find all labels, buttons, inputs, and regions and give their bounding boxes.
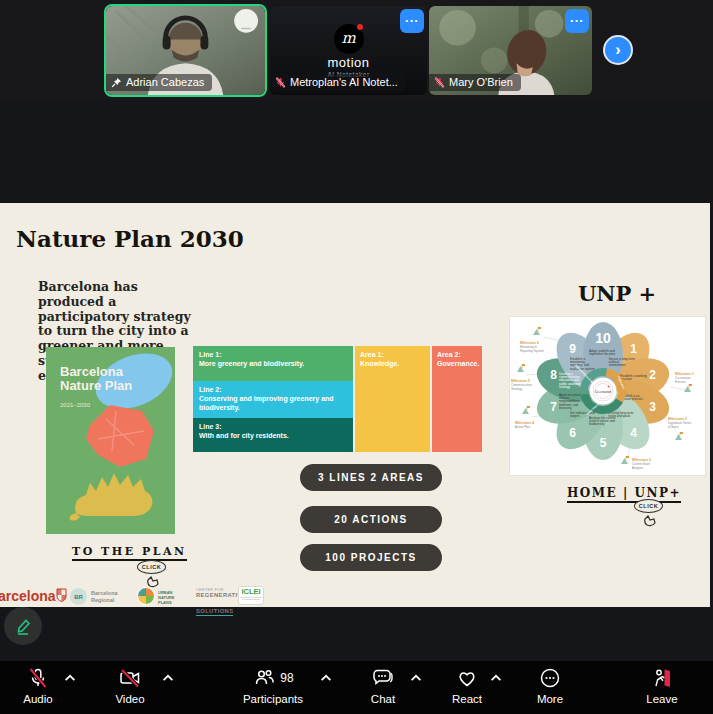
video-tile-notetaker[interactable]: m motion AI Notetaker ... Metroplan's AI… bbox=[270, 6, 427, 95]
participant-name-tag: Mary O'Brien bbox=[429, 74, 521, 91]
petal-text: Adopt, publish and implement the plan bbox=[589, 349, 617, 356]
pencil-icon bbox=[13, 616, 33, 636]
annotate-button[interactable] bbox=[4, 607, 42, 645]
leave-button[interactable]: Leave bbox=[630, 665, 694, 705]
petal-number: 10 bbox=[595, 330, 611, 346]
next-participants-button[interactable]: › bbox=[603, 35, 633, 65]
participant-name: Mary O'Brien bbox=[449, 76, 513, 88]
barcelona-regional-icon: BR bbox=[70, 588, 87, 605]
muted-mic-icon bbox=[434, 77, 445, 88]
svg-text:Milestone 6: Milestone 6 bbox=[520, 341, 539, 345]
to-the-plan-link[interactable]: TO THE PLAN bbox=[72, 545, 187, 561]
svg-text:Analysis: Analysis bbox=[632, 466, 644, 470]
matrix-line-2: Line 2: Conserving and improving greener… bbox=[193, 381, 353, 418]
petal-number: 9 bbox=[569, 342, 576, 356]
svg-text:Milestone 1: Milestone 1 bbox=[675, 372, 694, 376]
zoom-meeting-window: Adrian Cabezas m motion AI Notetaker ... bbox=[0, 0, 713, 714]
urban-nature-plans-icon bbox=[137, 587, 155, 605]
recording-dot bbox=[357, 24, 363, 30]
tile-more-options-button[interactable]: ... bbox=[400, 9, 424, 33]
stat-button-projects[interactable]: 100 PROJECTS bbox=[300, 544, 442, 571]
audio-button[interactable]: Audio bbox=[10, 665, 66, 705]
svg-text:Reporting System: Reporting System bbox=[520, 349, 544, 353]
participant-name-tag: Adrian Cabezas bbox=[106, 74, 212, 91]
diagram-center-label: Co-creation bbox=[595, 390, 612, 394]
stat-button-actions[interactable]: 20 ACTIONS bbox=[300, 506, 442, 533]
video-tile-adrian[interactable]: Adrian Cabezas bbox=[104, 4, 267, 97]
poster-years: 2021–2030 bbox=[60, 402, 91, 408]
video-button[interactable]: Video bbox=[102, 665, 158, 705]
petal-text: Establish a working structure bbox=[620, 374, 648, 381]
react-options-chevron[interactable] bbox=[490, 674, 502, 682]
poster-title-line2: Nature Plan bbox=[60, 378, 132, 393]
svg-text:Milestone 4: Milestone 4 bbox=[515, 421, 534, 425]
meeting-toolbar: Audio Video bbox=[0, 661, 713, 714]
matrix-area-2: Area 2: Governance. bbox=[432, 346, 482, 452]
participant-name-tag: Metroplan's AI Notet... bbox=[270, 74, 406, 91]
muted-mic-icon bbox=[275, 77, 286, 88]
participants-options-chevron[interactable] bbox=[320, 674, 332, 682]
muted-mic-icon bbox=[26, 666, 50, 690]
unp-process-flower-diagram: 1 2 3 4 5 6 7 8 9 10 Secure a long-term … bbox=[510, 317, 705, 475]
audio-options-chevron[interactable] bbox=[64, 674, 76, 682]
chevron-right-icon: › bbox=[615, 41, 620, 59]
participants-count: 98 bbox=[280, 671, 293, 685]
chat-options-chevron[interactable] bbox=[410, 674, 422, 682]
petal-number: 8 bbox=[550, 368, 557, 382]
urban-nature-plans-label: URBAN NATURE PLANS bbox=[158, 591, 184, 605]
unp-title: UNP + bbox=[578, 281, 656, 306]
svg-text:Strategy: Strategy bbox=[511, 387, 523, 391]
partner-logos-bar: arcelona BR Barcelona Regional URBAN NAT… bbox=[0, 584, 710, 607]
svg-text:Milestone 2: Milestone 2 bbox=[668, 417, 687, 421]
iclei-logo: ICLEI Local Governments for Sustainabili… bbox=[238, 586, 264, 605]
motion-logo-icon: m bbox=[334, 24, 364, 54]
video-tile-mary[interactable]: ... Mary O'Brien bbox=[429, 6, 592, 95]
react-button[interactable]: React bbox=[439, 665, 495, 705]
matrix-line-3: Line 3: With and for city residents. bbox=[193, 418, 353, 452]
muted-camera-icon bbox=[118, 666, 142, 690]
lines-areas-matrix: Line 1: More greenery and biodiversity. … bbox=[193, 346, 482, 452]
participant-name: Metroplan's AI Notet... bbox=[290, 76, 398, 88]
motion-logo-text: motion bbox=[327, 55, 369, 70]
petal-number: 2 bbox=[649, 368, 656, 382]
matrix-line-1: Line 1: More greenery and biodiversity. bbox=[193, 346, 353, 381]
barcelona-regional-label: Barcelona Regional bbox=[91, 590, 118, 603]
participant-name: Adrian Cabezas bbox=[126, 76, 204, 88]
svg-text:Milestone 3: Milestone 3 bbox=[632, 458, 651, 462]
svg-text:& Goals: & Goals bbox=[668, 425, 679, 429]
leave-meeting-icon bbox=[650, 666, 674, 690]
svg-text:Milestone 5: Milestone 5 bbox=[511, 379, 530, 383]
participants-button[interactable]: 98 Participants bbox=[225, 665, 321, 705]
petal-number: 3 bbox=[649, 400, 656, 414]
tile-more-options-button[interactable]: ... bbox=[565, 9, 589, 33]
barcelona-nature-plan-poster: Barcelona Nature Plan 2021–2030 bbox=[46, 347, 175, 534]
matrix-area-1: Area 1: Knowledge. bbox=[355, 346, 430, 452]
shared-screen-slide: Nature Plan 2030 Barcelona has produced … bbox=[0, 203, 710, 607]
click-stamp[interactable]: CLICK bbox=[634, 499, 664, 527]
video-options-chevron[interactable] bbox=[162, 674, 174, 682]
petal-number: 7 bbox=[550, 400, 557, 414]
svg-text:Process: Process bbox=[675, 380, 686, 384]
participants-icon bbox=[252, 666, 276, 690]
pin-icon bbox=[111, 77, 122, 88]
barcelona-crest-icon bbox=[56, 588, 67, 602]
svg-text:Action Plan: Action Plan bbox=[515, 425, 531, 429]
click-label: CLICK bbox=[634, 499, 663, 513]
poster-title-line1: Barcelona bbox=[60, 364, 124, 379]
slide-title: Nature Plan 2030 bbox=[16, 225, 244, 252]
chat-icon bbox=[371, 666, 395, 690]
stat-button-lines-areas[interactable]: 3 LINES 2 AREAS bbox=[300, 464, 442, 491]
petal-number: 1 bbox=[630, 342, 637, 356]
click-label: CLICK bbox=[137, 560, 166, 574]
heart-icon bbox=[455, 666, 479, 690]
more-button[interactable]: More bbox=[522, 665, 578, 705]
chat-button[interactable]: Chat bbox=[355, 665, 411, 705]
barcelona-city-logo: arcelona bbox=[0, 588, 56, 604]
pointing-hand-icon bbox=[642, 515, 658, 527]
video-thumbnail-strip: Adrian Cabezas m motion AI Notetaker ... bbox=[0, 0, 713, 100]
more-icon bbox=[538, 666, 562, 690]
